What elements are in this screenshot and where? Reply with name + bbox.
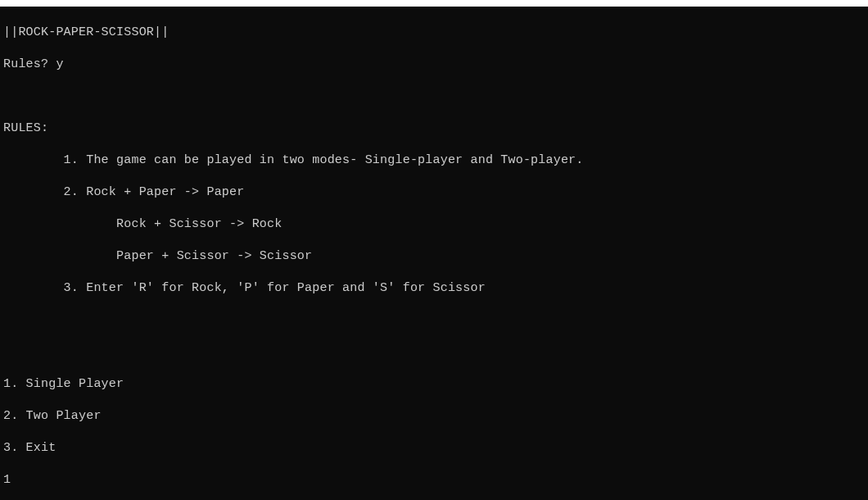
terminal-output[interactable]: ||ROCK-PAPER-SCISSOR|| Rules? y RULES: 1… — [0, 7, 868, 500]
window-title-bar — [0, 0, 868, 7]
menu-option: 1. Single Player — [3, 376, 865, 393]
blank-line — [3, 89, 865, 105]
rule-line: Paper + Scissor -> Scissor — [3, 248, 865, 265]
rules-header: RULES: — [3, 120, 865, 137]
rules-prompt: Rules? y — [3, 57, 865, 73]
rule-line: Rock + Scissor -> Rock — [3, 216, 865, 233]
menu-option: 2. Two Player — [3, 408, 865, 425]
blank-line — [3, 344, 865, 361]
menu-option: 3. Exit — [3, 440, 865, 457]
rule-line: 3. Enter 'R' for Rock, 'P' for Paper and… — [3, 280, 865, 297]
rule-line: 2. Rock + Paper -> Paper — [3, 184, 865, 201]
user-input-choice: 1 — [3, 472, 865, 489]
rule-line: 1. The game can be played in two modes- … — [3, 152, 865, 169]
game-title: ||ROCK-PAPER-SCISSOR|| — [3, 25, 865, 41]
blank-line — [3, 312, 865, 329]
